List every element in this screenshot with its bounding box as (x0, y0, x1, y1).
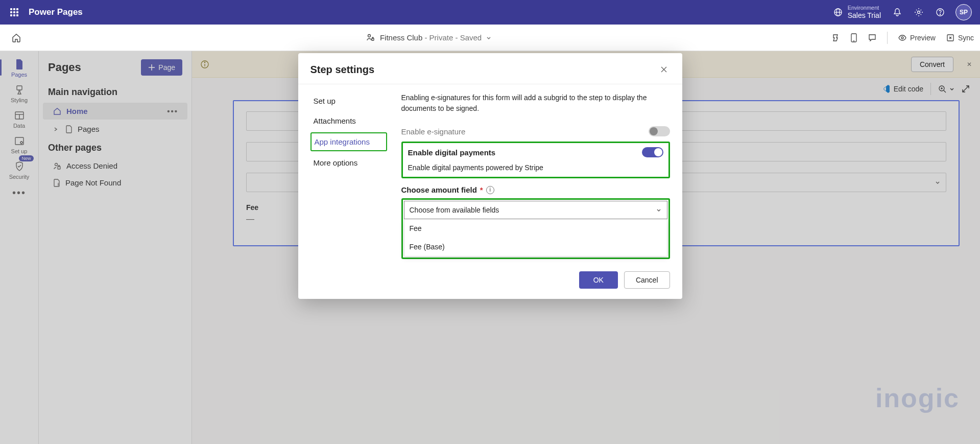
tab-attachments[interactable]: Attachments (310, 112, 387, 129)
environment-picker[interactable]: Environment Sales Trial (833, 5, 881, 20)
modal-close-button[interactable] (658, 63, 670, 76)
ok-button[interactable]: OK (579, 271, 618, 289)
mobile-preview-icon[interactable] (850, 33, 857, 42)
globe-icon (833, 8, 843, 17)
settings-icon[interactable] (913, 6, 925, 18)
eye-icon (898, 33, 907, 42)
svg-rect-7 (372, 38, 374, 40)
payments-description: Enable digital payments powered by Strip… (408, 163, 663, 172)
site-name-text: Fitness Club (380, 33, 422, 42)
info-icon[interactable]: i (486, 186, 494, 194)
chevron-down-icon (486, 35, 492, 41)
step-settings-modal: Step settings Set up Attachments App int… (298, 53, 682, 299)
copilot-icon[interactable] (831, 33, 840, 42)
sync-icon (946, 33, 955, 42)
modal-title: Step settings (310, 64, 375, 76)
esignature-description: Enabling e-signatures for this form will… (401, 92, 670, 114)
top-header: Power Pages Environment Sales Trial SP (0, 0, 980, 25)
preview-button[interactable]: Preview (898, 33, 936, 42)
modal-overlay: Step settings Set up Attachments App int… (0, 51, 980, 444)
site-status-text: - Private - Saved (422, 33, 482, 42)
dropdown-options: Fee Fee (Base) (404, 219, 667, 256)
command-bar: Fitness Club - Private - Saved Preview S… (0, 25, 980, 51)
modal-tabs: Set up Attachments App integrations More… (310, 92, 387, 259)
svg-point-5 (940, 14, 940, 14)
cancel-button[interactable]: Cancel (624, 271, 670, 289)
option-fee[interactable]: Fee (404, 219, 667, 238)
user-avatar[interactable]: SP (955, 4, 972, 20)
home-icon[interactable] (6, 28, 27, 48)
svg-point-6 (368, 34, 370, 37)
site-name-dropdown[interactable]: Fitness Club - Private - Saved (366, 33, 492, 43)
option-fee-base[interactable]: Fee (Base) (404, 238, 667, 256)
close-icon (660, 65, 668, 74)
enable-payments-toggle[interactable] (642, 147, 663, 157)
app-title: Power Pages (29, 7, 83, 17)
app-launcher-icon[interactable] (4, 2, 25, 22)
sync-button[interactable]: Sync (946, 33, 974, 42)
svg-point-3 (918, 11, 920, 14)
environment-label: Environment (848, 5, 881, 11)
help-icon[interactable] (934, 6, 946, 18)
digital-payments-section: Enable digital payments Enable digital p… (401, 142, 670, 178)
enable-esignature-toggle[interactable] (649, 126, 670, 136)
notifications-icon[interactable] (891, 6, 903, 18)
people-lock-icon (366, 33, 376, 43)
enable-esignature-label: Enable e-signature (401, 127, 466, 136)
feedback-icon[interactable] (868, 33, 877, 42)
tab-setup[interactable]: Set up (310, 92, 387, 109)
tab-app-integrations[interactable]: App integrations (310, 132, 387, 151)
enable-payments-label: Enable digital payments (408, 148, 496, 157)
required-indicator: * (480, 185, 483, 194)
amount-field-dropdown-wrap: Choose from available fields Fee Fee (Ba… (401, 198, 670, 259)
tab-more-options[interactable]: More options (310, 154, 387, 171)
chevron-down-icon (656, 207, 662, 213)
svg-point-10 (901, 37, 903, 39)
environment-value: Sales Trial (848, 11, 881, 20)
choose-amount-label: Choose amount field (401, 185, 477, 194)
amount-field-dropdown[interactable]: Choose from available fields (404, 201, 667, 219)
